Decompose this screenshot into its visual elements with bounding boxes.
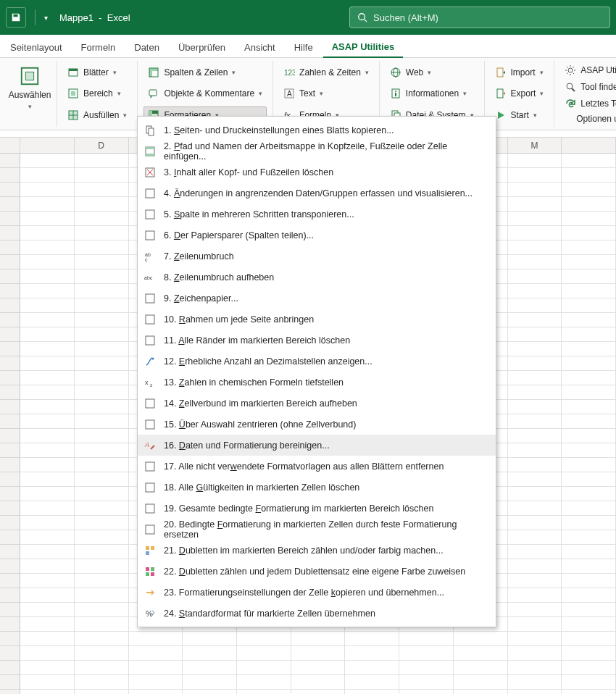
cell[interactable] <box>75 501 129 516</box>
cell[interactable] <box>562 559 616 574</box>
row-header[interactable] <box>0 168 20 183</box>
cell[interactable] <box>20 559 75 574</box>
cell[interactable] <box>75 183 129 197</box>
fill-button[interactable]: Ausfüllen▾ <box>63 106 131 124</box>
row-header[interactable] <box>0 661 20 675</box>
cell[interactable] <box>20 385 75 400</box>
cell[interactable] <box>562 356 616 371</box>
cell[interactable] <box>75 530 129 545</box>
cell[interactable] <box>75 197 129 212</box>
row-header[interactable] <box>0 385 20 400</box>
cell[interactable] <box>562 183 616 197</box>
cell[interactable] <box>562 269 616 284</box>
cell[interactable] <box>75 255 129 269</box>
menu-item-10[interactable]: 10. Rahmen um jede Seite anbringen <box>138 309 496 330</box>
cell[interactable] <box>75 574 129 588</box>
cell[interactable] <box>75 603 129 617</box>
cell[interactable] <box>399 632 454 646</box>
cell[interactable] <box>183 690 237 694</box>
cell[interactable] <box>75 327 129 342</box>
row-header[interactable] <box>0 603 20 617</box>
cell[interactable] <box>129 661 183 675</box>
cell[interactable] <box>345 632 399 646</box>
cell[interactable] <box>562 574 616 588</box>
cell[interactable] <box>75 646 129 661</box>
cell[interactable] <box>20 168 75 183</box>
row-header[interactable] <box>0 269 20 284</box>
cell[interactable] <box>20 588 75 603</box>
cell[interactable] <box>75 313 129 327</box>
cell[interactable] <box>20 298 75 313</box>
row-header[interactable] <box>0 356 20 371</box>
cell[interactable] <box>562 603 616 617</box>
cell[interactable] <box>75 516 129 530</box>
cell[interactable] <box>562 342 616 356</box>
cell[interactable] <box>20 501 75 516</box>
cell[interactable] <box>508 443 562 458</box>
cell[interactable] <box>20 154 75 168</box>
tab-data[interactable]: Daten <box>125 38 168 57</box>
web-button[interactable]: Web▾ <box>386 64 478 81</box>
cell[interactable] <box>508 342 562 356</box>
cell[interactable] <box>508 327 562 342</box>
cell[interactable] <box>20 269 75 284</box>
cell[interactable] <box>562 255 616 269</box>
sheets-button[interactable]: Blätter▾ <box>63 64 131 81</box>
cell[interactable] <box>562 617 616 632</box>
cell[interactable] <box>562 298 616 313</box>
row-header[interactable] <box>0 458 20 472</box>
row-header[interactable] <box>0 472 20 487</box>
cell[interactable] <box>562 458 616 472</box>
cell[interactable] <box>508 574 562 588</box>
cell[interactable] <box>508 501 562 516</box>
cell[interactable] <box>20 661 75 675</box>
cell[interactable] <box>562 400 616 414</box>
cell[interactable] <box>562 385 616 400</box>
cell[interactable] <box>75 545 129 559</box>
row-header[interactable] <box>0 443 20 458</box>
cell[interactable] <box>75 487 129 501</box>
row-header[interactable] <box>0 342 20 356</box>
row-header[interactable] <box>0 632 20 646</box>
cell[interactable] <box>291 675 346 690</box>
cell[interactable] <box>508 690 562 694</box>
cell[interactable] <box>508 400 562 414</box>
cell[interactable] <box>20 632 75 646</box>
menu-item-19[interactable]: 19. Gesamte bedingte Formatierung im mar… <box>138 498 496 519</box>
cell[interactable] <box>562 443 616 458</box>
cell[interactable] <box>454 632 508 646</box>
cell[interactable] <box>20 458 75 472</box>
cell[interactable] <box>183 661 237 675</box>
cell[interactable] <box>129 675 183 690</box>
row-header[interactable] <box>0 487 20 501</box>
cell[interactable] <box>75 269 129 284</box>
row-header[interactable] <box>0 675 20 690</box>
cell[interactable] <box>562 414 616 429</box>
cell[interactable] <box>20 183 75 197</box>
cell[interactable] <box>508 530 562 545</box>
search-box[interactable]: Suchen (Alt+M) <box>349 7 610 28</box>
cell[interactable] <box>75 588 129 603</box>
cell[interactable] <box>129 646 183 661</box>
menu-item-4[interactable]: 4. Änderungen in angrenzenden Daten/Grup… <box>138 183 496 204</box>
cell[interactable] <box>291 646 346 661</box>
cell[interactable] <box>237 632 291 646</box>
cell[interactable] <box>562 588 616 603</box>
cell[interactable] <box>75 284 129 298</box>
cell[interactable] <box>20 516 75 530</box>
cell[interactable] <box>75 168 129 183</box>
cell[interactable] <box>75 226 129 241</box>
cell[interactable] <box>75 342 129 356</box>
start-button[interactable]: Start▾ <box>491 106 549 124</box>
row-header[interactable] <box>0 545 20 559</box>
cell[interactable] <box>508 675 562 690</box>
cell[interactable] <box>75 212 129 226</box>
cell[interactable] <box>562 226 616 241</box>
cell[interactable] <box>562 675 616 690</box>
tab-asap-utilities[interactable]: ASAP Utilities <box>323 37 403 58</box>
cell[interactable] <box>508 429 562 443</box>
menu-item-23[interactable]: 23. Formatierungseinstellungen der Zelle… <box>138 582 496 603</box>
cell[interactable] <box>508 603 562 617</box>
cell[interactable] <box>508 458 562 472</box>
cell[interactable] <box>183 675 237 690</box>
